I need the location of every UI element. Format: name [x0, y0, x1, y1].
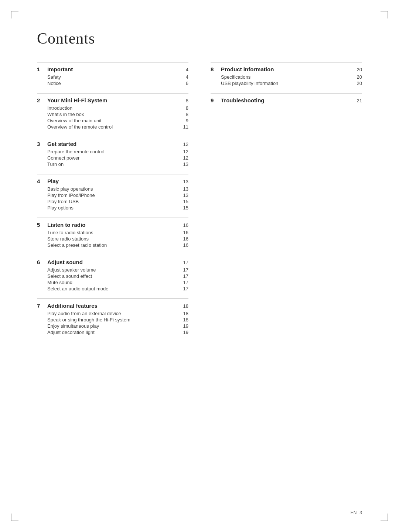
toc-sub-row: Introduction8	[47, 105, 188, 111]
toc-sub-title: Play audio from an external device	[47, 311, 121, 316]
toc-sub-row: Notice6	[47, 80, 188, 86]
toc-sub-title: Notice	[47, 81, 61, 86]
toc-sub-row: Mute sound17	[47, 279, 188, 286]
toc-sub-page: 17	[181, 286, 188, 291]
page-title: Contents	[37, 30, 362, 47]
toc-sub-row: Select a sound effect17	[47, 273, 188, 279]
toc-sub-page: 12	[181, 149, 188, 154]
toc-sub-page: 13	[181, 161, 188, 167]
corner-border-br	[381, 514, 388, 521]
toc-sub-title: Safety	[47, 74, 61, 80]
toc-sub-title: Play options	[47, 205, 74, 211]
toc-sub-row: Play from USB15	[47, 198, 188, 205]
toc-sub-page: 18	[181, 311, 188, 316]
toc-sub-title: Select a sound effect	[47, 273, 92, 279]
toc-sub-page: 8	[181, 112, 188, 117]
toc-sub-row: Adjust speaker volume17	[47, 267, 188, 273]
toc-sub-row: Play audio from an external device18	[47, 310, 188, 317]
toc-sub-title: Overview of the main unit	[47, 118, 102, 123]
toc-sub-row: Overview of the main unit9	[47, 117, 188, 124]
toc-section-4: 4Play13Basic play operations13Play from …	[37, 174, 188, 211]
toc-sub-row: USB playability information20	[221, 80, 362, 86]
toc-divider	[211, 62, 362, 62]
toc-section-5: 5Listen to radio16Tune to radio stations…	[37, 218, 188, 248]
toc-section-left: 8Product information	[211, 66, 274, 72]
toc-sub-title: Play from USB	[47, 199, 79, 204]
toc-sub-page: 13	[181, 186, 188, 192]
toc-sub-row: Select a preset radio station16	[47, 242, 188, 248]
toc-section-left: 6Adjust sound	[37, 259, 83, 265]
toc-sub-page: 11	[181, 124, 188, 130]
toc-sub-page: 17	[181, 280, 188, 285]
toc-sub-row: Enjoy simultaneous play19	[47, 323, 188, 329]
toc-number: 1	[37, 66, 43, 72]
toc-section-page: 17	[181, 260, 188, 265]
toc-sub-row: Tune to radio stations16	[47, 229, 188, 236]
toc-number: 2	[37, 97, 43, 103]
toc-section-left: 7Additional features	[37, 303, 98, 309]
toc-section-row: 9Troubleshooting21	[211, 96, 362, 104]
toc-sub-row: Turn on13	[47, 161, 188, 167]
toc-sub-page: 20	[355, 74, 362, 80]
toc-sub-page: 20	[355, 81, 362, 86]
toc-sub-row: Store radio stations16	[47, 236, 188, 242]
toc-section-title: Additional features	[47, 303, 98, 309]
toc-sub-page: 19	[181, 330, 188, 335]
toc-sub-page: 19	[181, 323, 188, 329]
toc-sub-title: Tune to radio stations	[47, 230, 93, 235]
toc-sub-row: Basic play operations13	[47, 186, 188, 192]
toc-sub-title: Select an audio output mode	[47, 286, 109, 291]
toc-sub-title: What's in the box	[47, 112, 84, 117]
toc-section-page: 12	[181, 141, 188, 147]
toc-sub-page: 6	[181, 81, 188, 86]
toc-sub-page: 4	[181, 74, 188, 80]
toc-sub-row: Play options15	[47, 205, 188, 211]
toc-number: 6	[37, 259, 43, 265]
toc-section-title: Get started	[47, 141, 76, 147]
toc-sub-page: 17	[181, 273, 188, 279]
toc-number: 4	[37, 178, 43, 184]
toc-sub-page: 13	[181, 192, 188, 198]
toc-section-8: 8Product information20Specifications20US…	[211, 62, 362, 86]
toc-sub-page: 15	[181, 205, 188, 211]
toc-section-page: 13	[181, 179, 188, 184]
toc-sub-title: Basic play operations	[47, 186, 93, 192]
toc-section-row: 6Adjust sound17	[37, 258, 188, 266]
toc-sub-page: 8	[181, 105, 188, 111]
toc-section-row: 1Important4	[37, 65, 188, 73]
toc-section-page: 8	[181, 98, 188, 103]
toc-section-left: 5Listen to radio	[37, 222, 85, 228]
toc-sub-title: Play from iPod/iPhone	[47, 192, 95, 198]
toc-columns: 1Important4Safety4Notice62Your Mini Hi-F…	[37, 62, 362, 342]
toc-sub-title: Enjoy simultaneous play	[47, 323, 99, 329]
toc-divider	[211, 93, 362, 93]
toc-sub-title: Speak or sing through the Hi-Fi system	[47, 317, 130, 323]
toc-number: 3	[37, 141, 43, 147]
toc-sub-row: Speak or sing through the Hi-Fi system18	[47, 317, 188, 323]
corner-border-tr	[381, 11, 388, 18]
toc-sub-row: Safety4	[47, 74, 188, 80]
toc-divider	[37, 174, 188, 174]
toc-sub-page: 18	[181, 317, 188, 323]
toc-section-row: 4Play13	[37, 177, 188, 185]
toc-sub-page: 16	[181, 242, 188, 248]
toc-section-left: 9Troubleshooting	[211, 97, 265, 103]
toc-sub-row: Overview of the remote control11	[47, 124, 188, 130]
toc-sub-title: Connect power	[47, 155, 79, 161]
toc-sub-title: Store radio stations	[47, 236, 89, 242]
toc-number: 9	[211, 97, 216, 103]
toc-sub-page: 17	[181, 267, 188, 273]
footer-lang: EN	[351, 510, 357, 515]
toc-section-1: 1Important4Safety4Notice6	[37, 62, 188, 86]
toc-sub-title: Specifications	[221, 74, 250, 80]
footer: EN 3	[351, 510, 362, 515]
toc-sub-row: Connect power12	[47, 155, 188, 161]
toc-section-left: 4Play	[37, 178, 59, 184]
toc-divider	[37, 62, 188, 62]
toc-sub-title: Prepare the remote control	[47, 149, 105, 154]
toc-section-6: 6Adjust sound17Adjust speaker volume17Se…	[37, 255, 188, 292]
toc-section-7: 7Additional features18Play audio from an…	[37, 299, 188, 335]
toc-sub-title: Turn on	[47, 161, 64, 167]
toc-sub-row: Play from iPod/iPhone13	[47, 192, 188, 198]
toc-section-title: Troubleshooting	[221, 97, 265, 103]
